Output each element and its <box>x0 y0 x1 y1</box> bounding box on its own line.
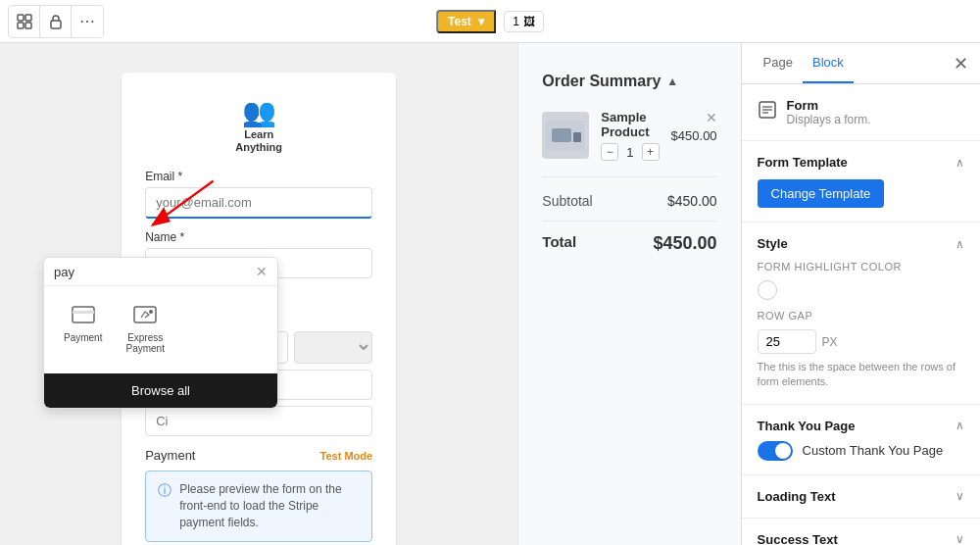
more-dots-icon: ⋯ <box>79 12 95 30</box>
tab-page[interactable]: Page <box>754 43 803 83</box>
lock-icon-btn[interactable] <box>40 6 72 37</box>
search-clear-btn[interactable]: ✕ <box>256 264 268 279</box>
svg-rect-14 <box>573 132 581 142</box>
change-template-area: Change Template <box>758 179 964 208</box>
product-info: Sample Product − 1 + <box>601 110 659 161</box>
total-row: Total $450.00 <box>542 221 716 254</box>
payment-item-label: Payment <box>64 332 102 343</box>
svg-rect-2 <box>18 23 24 28</box>
success-text-title: Success Text <box>758 532 838 545</box>
row-gap-row: PX <box>758 329 964 354</box>
logo-line1: Learn <box>145 128 372 141</box>
row-gap-label: ROW GAP <box>758 310 964 322</box>
svg-rect-1 <box>25 15 31 21</box>
form-block-title: Form <box>787 98 871 113</box>
info-circle-icon: ⓘ <box>158 482 172 500</box>
row-gap-input[interactable] <box>758 329 816 354</box>
express-payment-label: Express Payment <box>125 332 164 354</box>
thank-you-header[interactable]: Thank You Page ∧ <box>758 419 964 433</box>
logo-icon: 👥 <box>145 96 372 128</box>
test-badge-label: Test <box>448 15 471 28</box>
chevron-up-icon: ▲ <box>666 74 678 88</box>
toggle-label: Custom Thank You Page <box>803 443 944 458</box>
qty-value: 1 <box>626 145 633 160</box>
form-block-desc: Displays a form. <box>787 113 871 126</box>
test-badge-btn[interactable]: Test ▾ <box>436 10 496 33</box>
form-info-block: Form Displays a form. <box>742 84 980 141</box>
chevron-down-icon-success: ∨ <box>956 532 964 545</box>
success-text-header[interactable]: Success Text ∨ <box>758 532 964 545</box>
form-template-header[interactable]: Form Template ∧ <box>758 155 964 170</box>
color-swatch[interactable] <box>758 280 777 300</box>
svg-point-8 <box>149 310 153 314</box>
change-template-btn[interactable]: Change Template <box>758 179 885 208</box>
settings-panel: Page Block ✕ Form Displays a form. <box>741 43 980 545</box>
loading-text-header[interactable]: Loading Text ∨ <box>758 489 964 504</box>
search-items: Payment Express Payment <box>44 286 277 373</box>
toolbar-center: Test ▾ 1 🖼 <box>436 10 544 33</box>
gap-help-text: The this is the space between the rows o… <box>758 360 964 390</box>
chevron-up-icon-style: ∧ <box>956 237 964 251</box>
svg-rect-7 <box>134 307 156 322</box>
country-select[interactable] <box>294 331 372 364</box>
success-text-section: Success Text ∨ <box>742 519 980 545</box>
name-label: Name * <box>145 230 372 244</box>
toolbar-icon-group: ⋯ <box>8 5 104 38</box>
remove-product-btn[interactable]: ✕ <box>706 110 717 125</box>
counter-value: 1 <box>513 15 519 28</box>
subtotal-row: Subtotal $450.00 <box>542 193 716 209</box>
loading-text-section: Loading Text ∨ <box>742 475 980 519</box>
qty-controls: − 1 + <box>601 143 659 161</box>
payment-info-text: Please preview the form on the front-end… <box>179 481 360 530</box>
svg-rect-13 <box>552 128 571 142</box>
custom-thank-you-toggle[interactable] <box>758 441 793 461</box>
logo-text: Learn Anything <box>145 128 372 154</box>
product-name: Sample Product <box>601 110 659 139</box>
grid-icon-btn[interactable] <box>9 6 40 37</box>
city-input[interactable] <box>145 406 372 436</box>
email-input[interactable] <box>145 187 372 219</box>
thank-you-title: Thank You Page <box>758 419 856 433</box>
editor-panel: 👥 Learn Anything Email * Name * + Add <box>0 43 517 545</box>
svg-rect-0 <box>18 15 24 21</box>
lock-icon <box>48 14 64 29</box>
style-header[interactable]: Style ∧ <box>758 236 964 251</box>
product-row: Sample Product − 1 + $450.00 ✕ <box>542 110 716 177</box>
toolbar-counter[interactable]: 1 🖼 <box>504 11 544 32</box>
style-section: Style ∧ FORM HIGHLIGHT COLOR ROW GAP PX … <box>742 223 980 405</box>
counter-icon: 🖼 <box>523 15 535 28</box>
main-area: 👥 Learn Anything Email * Name * + Add <box>0 43 980 545</box>
svg-rect-5 <box>73 307 94 322</box>
payment-section: Payment Test Mode ⓘ Please preview the f… <box>145 448 372 541</box>
toolbar: ⋯ Test ▾ 1 🖼 <box>0 0 980 43</box>
qty-increase-btn[interactable]: + <box>642 143 660 161</box>
payment-card-icon <box>72 306 95 328</box>
grid-icon <box>17 14 32 29</box>
payment-search-item[interactable]: Payment <box>56 298 110 362</box>
order-title-text: Order Summary <box>542 73 661 90</box>
product-image <box>542 112 589 159</box>
total-value: $450.00 <box>654 233 717 254</box>
more-icon-btn[interactable]: ⋯ <box>72 6 103 37</box>
subtotal-label: Subtotal <box>542 193 592 209</box>
form-info-text: Form Displays a form. <box>787 98 871 126</box>
product-price: $450.00 <box>671 128 717 143</box>
tab-block[interactable]: Block <box>803 43 854 83</box>
qty-decrease-btn[interactable]: − <box>601 143 618 161</box>
panel-tabs: Page Block ✕ <box>742 43 980 84</box>
email-field-group: Email * <box>145 170 372 219</box>
thank-you-section: Thank You Page ∧ Custom Thank You Page <box>742 405 980 475</box>
payment-info-box: ⓘ Please preview the form on the front-e… <box>145 471 372 541</box>
svg-rect-4 <box>51 21 61 28</box>
browse-all-btn[interactable]: Browse all <box>44 373 277 408</box>
express-payment-search-item[interactable]: Express Payment <box>118 298 172 362</box>
chevron-down-icon-loading: ∨ <box>956 489 964 503</box>
order-summary-title: Order Summary ▲ <box>542 73 716 90</box>
highlight-color-label: FORM HIGHLIGHT COLOR <box>758 261 964 272</box>
search-input[interactable] <box>54 265 250 279</box>
payment-header: Payment Test Mode <box>145 448 372 463</box>
subtotal-value: $450.00 <box>667 193 717 209</box>
panel-close-btn[interactable]: ✕ <box>954 53 968 74</box>
chevron-up-icon-settings: ∧ <box>956 156 964 170</box>
total-label: Total <box>542 233 576 254</box>
